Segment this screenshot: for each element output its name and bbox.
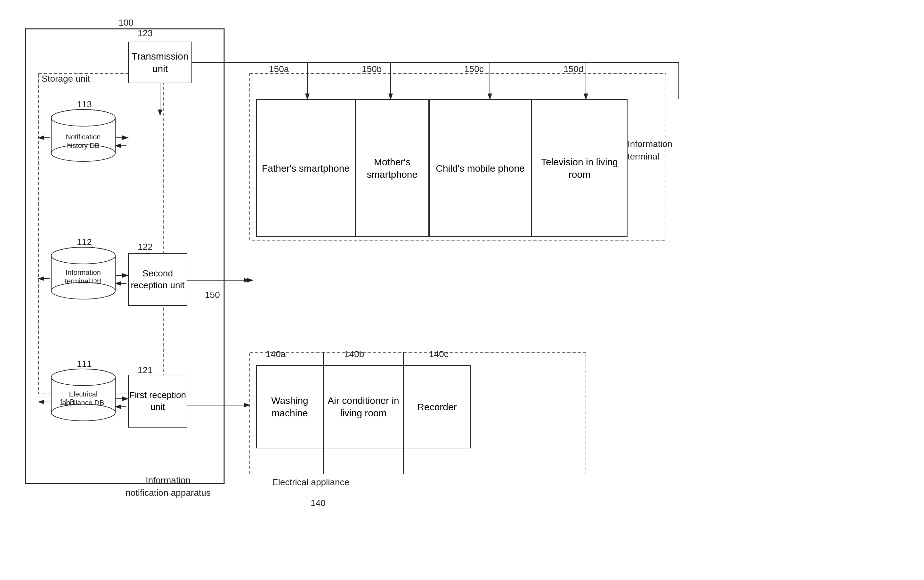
appliance-c-box: Recorder [403, 365, 471, 448]
terminal-d-box: Television in living room [531, 99, 628, 237]
terminal-b-number-label: 150b [362, 64, 381, 74]
appliance-b-label: Air conditioner in living room [324, 394, 403, 419]
appliance-a-box: Washing machine [256, 365, 323, 448]
terminal-c-box: Child's mobile phone [429, 99, 531, 237]
terminal-c-number-label: 150c [464, 64, 484, 74]
appliance-group-number-label: 140 [311, 498, 326, 508]
second-reception-number-label: 122 [138, 242, 153, 252]
terminal-a-box: Father's smartphone [256, 99, 355, 237]
terminal-b-box: Mother's smartphone [355, 99, 429, 237]
terminal-a-label: Father's smartphone [262, 162, 350, 175]
info-terminal-db-number-label: 112 [77, 237, 92, 247]
terminal-c-label: Child's mobile phone [436, 162, 525, 175]
svg-point-45 [51, 247, 115, 264]
transmission-label: Transmission unit [129, 50, 191, 75]
svg-text:history DB: history DB [67, 142, 99, 150]
info-terminal-db-cylinder: Information terminal DB [49, 247, 117, 300]
apparatus-label: Information notification apparatus [123, 474, 213, 499]
svg-text:Notification: Notification [66, 133, 101, 141]
transmission-unit-box: Transmission unit [128, 42, 192, 83]
transmission-number-label: 123 [138, 28, 153, 38]
terminal-d-label: Television in living room [532, 156, 627, 181]
appliance-c-label: Recorder [417, 400, 457, 413]
appliance-c-number-label: 140c [429, 349, 449, 359]
appliance-b-number-label: 140b [344, 349, 364, 359]
svg-text:Information: Information [66, 269, 101, 277]
appliance-a-label: Washing machine [257, 394, 323, 419]
appliance-b-box: Air conditioner in living room [323, 365, 403, 448]
appliance-group-label: Electrical appliance [272, 477, 349, 488]
first-reception-label: First reception unit [129, 389, 187, 413]
second-reception-box: Second reception unit [128, 253, 187, 306]
svg-point-53 [51, 369, 115, 386]
terminal-a-number-label: 150a [269, 64, 289, 74]
apparatus-number-label: 100 [118, 18, 133, 28]
storage-number-label: 110 [59, 397, 74, 407]
first-reception-box: First reception unit [128, 375, 187, 428]
terminal-b-label: Mother's smartphone [356, 156, 428, 181]
info-terminal-group-number-label: 150 [205, 290, 220, 300]
svg-point-37 [51, 110, 115, 126]
notification-db-number-label: 113 [77, 99, 92, 110]
first-reception-number-label: 121 [138, 365, 153, 376]
info-terminal-group-label: Informationterminal [628, 138, 672, 163]
svg-text:terminal DB: terminal DB [65, 277, 102, 285]
appliance-a-number-label: 140a [266, 349, 286, 359]
electrical-db-number-label: 111 [77, 359, 92, 369]
electrical-db-cylinder: Electrical appliance DB [49, 368, 117, 421]
terminal-d-number-label: 150d [564, 64, 583, 74]
storage-unit-label: Storage unit [42, 74, 90, 84]
notification-db-cylinder: Notification history DB [49, 109, 117, 162]
second-reception-label: Second reception unit [129, 268, 187, 291]
